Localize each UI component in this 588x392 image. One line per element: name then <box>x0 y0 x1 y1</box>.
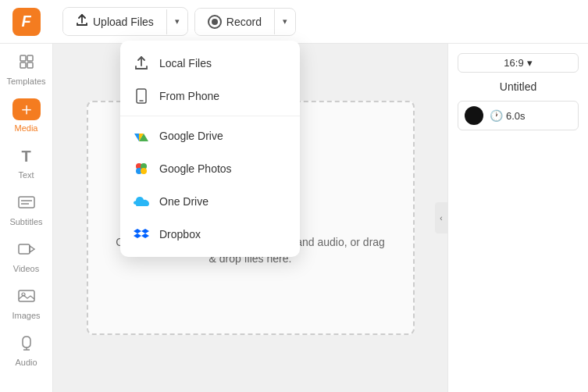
svg-rect-7 <box>19 244 30 254</box>
svg-marker-8 <box>30 246 34 252</box>
dropdown-item-dropbox[interactable]: Dropbox <box>120 218 300 251</box>
upload-files-button[interactable]: Upload Files <box>63 8 166 35</box>
google-drive-icon <box>133 127 150 144</box>
from-phone-icon <box>133 87 150 105</box>
sidebar-item-templates[interactable]: Templates <box>0 44 52 91</box>
media-icon-wrap: ＋ <box>12 98 41 120</box>
collapse-icon: ‹ <box>440 214 442 223</box>
text-icon: T <box>21 148 30 164</box>
aspect-ratio-value: 16:9 <box>504 57 523 69</box>
videos-label: Videos <box>13 264 39 273</box>
upload-dropdown-menu: Local Files From Phone <box>120 41 300 257</box>
images-label: Images <box>12 311 40 320</box>
text-icon-wrap: T <box>12 145 41 167</box>
duration-value: 6.0s <box>506 110 526 122</box>
dropdown-divider-1 <box>120 116 300 116</box>
audio-icon-wrap <box>12 333 41 355</box>
local-files-icon <box>133 55 150 72</box>
text-label: Text <box>18 170 34 180</box>
dropdown-item-from-phone[interactable]: From Phone <box>120 80 300 112</box>
clock-icon: 🕐 <box>490 109 503 122</box>
templates-icon-wrap <box>12 52 41 73</box>
svg-point-21 <box>141 168 147 174</box>
duration-badge: 🕐 6.0s <box>490 109 526 122</box>
timeline-color-swatch <box>465 106 483 125</box>
dropdown-item-google-photos[interactable]: Google Photos <box>120 152 300 185</box>
collapse-panel-arrow[interactable]: ‹ <box>435 202 447 233</box>
main-panel: Upload Files ▾ Record ▾ <box>53 0 588 392</box>
svg-marker-15 <box>134 134 139 141</box>
svg-marker-22 <box>134 229 141 238</box>
subtitles-icon <box>18 196 35 210</box>
sidebar-item-images[interactable]: Images <box>0 278 52 325</box>
upload-button-group: Upload Files ▾ <box>62 7 188 36</box>
record-arrow-icon: ▾ <box>283 16 287 26</box>
templates-label: Templates <box>6 77 45 86</box>
sidebar-item-subtitles[interactable]: Subtitles <box>0 184 52 231</box>
videos-icon-wrap <box>12 239 41 261</box>
one-drive-icon <box>133 193 150 210</box>
timeline-thumbnail: 🕐 6.0s <box>458 101 579 130</box>
svg-rect-4 <box>19 197 34 208</box>
upload-arrow-icon: ▾ <box>175 16 180 26</box>
project-title: Untitled <box>500 80 536 93</box>
svg-rect-2 <box>20 62 26 68</box>
aspect-ratio-selector[interactable]: 16:9 ▾ <box>458 53 579 73</box>
sidebar-item-text[interactable]: T Text <box>0 137 52 184</box>
videos-icon <box>18 242 35 258</box>
aspect-ratio-arrow: ▾ <box>527 57 533 69</box>
one-drive-label: One Drive <box>159 195 208 208</box>
upload-dropdown-arrow[interactable]: ▾ <box>167 10 187 33</box>
svg-rect-1 <box>27 55 33 61</box>
media-icon: ＋ <box>18 101 35 118</box>
logo-icon: F <box>12 8 41 36</box>
templates-icon <box>19 54 34 72</box>
google-photos-icon <box>133 160 150 177</box>
sidebar-item-audio[interactable]: Audio <box>0 325 52 372</box>
sidebar: F Templates ＋ Media T Text <box>0 0 53 392</box>
google-photos-label: Google Photos <box>159 162 232 175</box>
local-files-label: Local Files <box>159 57 212 69</box>
right-panel: 16:9 ▾ Untitled 🕐 6.0s <box>447 44 588 392</box>
media-label: Media <box>15 123 38 133</box>
svg-rect-0 <box>20 55 26 61</box>
dropdown-item-google-drive[interactable]: Google Drive <box>120 119 300 152</box>
sidebar-item-videos[interactable]: Videos <box>0 231 52 278</box>
subtitles-icon-wrap <box>12 192 41 214</box>
dropdown-item-local-files[interactable]: Local Files <box>120 47 300 80</box>
from-phone-label: From Phone <box>159 90 219 102</box>
subtitles-label: Subtitles <box>9 217 42 226</box>
record-button[interactable]: Record <box>195 9 274 35</box>
google-drive-label: Google Drive <box>159 130 223 142</box>
audio-icon <box>20 335 34 352</box>
dropbox-label: Dropbox <box>159 228 201 241</box>
dropbox-icon <box>133 226 150 243</box>
dropdown-item-one-drive[interactable]: One Drive <box>120 185 300 218</box>
record-label: Record <box>226 16 262 28</box>
svg-rect-9 <box>19 290 34 301</box>
upload-icon <box>76 14 88 29</box>
record-target-icon <box>208 15 222 29</box>
images-icon-wrap <box>12 286 41 308</box>
toolbar: Upload Files ▾ Record ▾ <box>53 0 588 44</box>
record-dropdown-arrow[interactable]: ▾ <box>275 10 295 33</box>
sidebar-item-media[interactable]: ＋ Media <box>0 91 52 137</box>
record-button-group: Record ▾ <box>194 8 296 36</box>
svg-marker-23 <box>141 229 149 238</box>
svg-rect-3 <box>27 62 33 68</box>
app-logo: F <box>0 0 53 44</box>
upload-files-label: Upload Files <box>93 16 154 28</box>
audio-label: Audio <box>15 358 37 367</box>
images-icon <box>18 288 35 305</box>
